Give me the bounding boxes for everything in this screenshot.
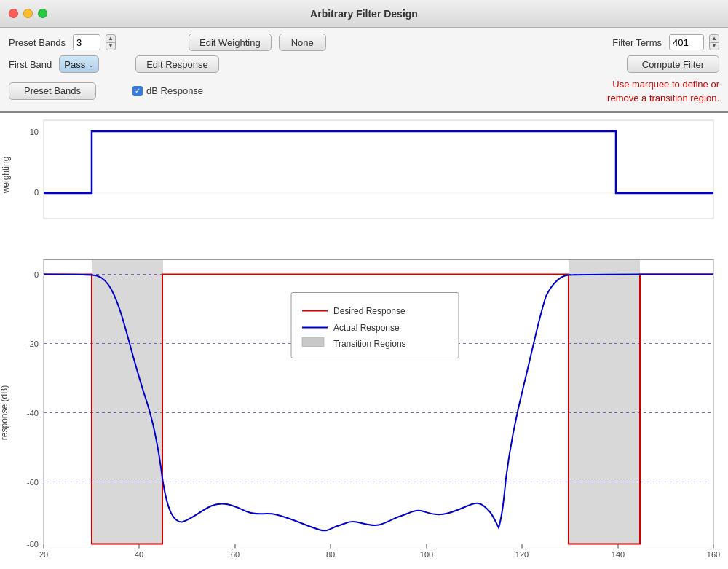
x-120: 120 [515, 549, 529, 558]
first-band-label: First Band [9, 59, 52, 70]
status-text: Use marquee to define orremove a transit… [607, 79, 719, 103]
edit-weighting-button[interactable]: Edit Weighting [189, 34, 272, 51]
maximize-button[interactable] [38, 9, 47, 18]
first-band-select[interactable]: Pass ⌄ [59, 55, 99, 73]
toolbar: Preset Bands ▲ ▼ Edit Weighting None Fil… [0, 28, 728, 111]
close-button[interactable] [9, 9, 18, 18]
filter-terms-spinner-down[interactable]: ▼ [710, 43, 719, 50]
filter-terms-label: Filter Terms [612, 37, 662, 48]
legend-desired-label: Desired Response [333, 305, 405, 315]
w-y-0: 0 [34, 188, 39, 197]
window-title: Arbitrary Filter Design [310, 8, 418, 20]
preset-bands-label: Preset Bands [9, 37, 66, 48]
legend-transition-rect [302, 337, 324, 346]
spinner-down[interactable]: ▼ [106, 43, 115, 50]
minimize-button[interactable] [23, 9, 33, 18]
first-band-value: Pass [64, 59, 85, 70]
x-160: 160 [707, 549, 720, 558]
w-y-10: 10 [30, 127, 39, 136]
compute-filter-button[interactable]: Compute Filter [627, 55, 719, 73]
response-y-label: response (dB) [0, 385, 9, 440]
x-20: 20 [39, 549, 48, 558]
y-60: -60 [27, 477, 39, 486]
legend-transition-label: Transition Regions [333, 338, 406, 348]
db-response-checkbox-wrap: ✓ dB Response [132, 85, 203, 96]
weighting-chart: weighting 0 10 [0, 113, 728, 229]
filter-terms-input[interactable] [669, 34, 704, 50]
legend-actual-label: Actual Response [333, 322, 400, 332]
db-response-checkbox[interactable]: ✓ [132, 86, 143, 96]
edit-response-button[interactable]: Edit Response [135, 55, 219, 73]
x-40: 40 [135, 549, 143, 558]
right-transition-region [569, 259, 640, 544]
traffic-lights [9, 9, 47, 18]
none-button[interactable]: None [279, 34, 326, 51]
x-140: 140 [612, 549, 625, 558]
spinner-up[interactable]: ▲ [106, 35, 115, 43]
y-20: -20 [27, 339, 39, 348]
x-80: 80 [326, 549, 335, 558]
preset-bands-spinner[interactable]: ▲ ▼ [106, 34, 116, 50]
db-response-label: dB Response [146, 85, 203, 96]
filter-terms-spinner-up[interactable]: ▲ [710, 35, 719, 43]
toolbar-row-1: Preset Bands ▲ ▼ Edit Weighting None Fil… [9, 34, 719, 51]
response-chart: response (dB) 0 -20 -40 -60 -80 [0, 229, 728, 569]
svg-rect-0 [44, 120, 713, 219]
y-80: -80 [27, 539, 39, 548]
toolbar-row-2: First Band Pass ⌄ Edit Response Compute … [9, 55, 719, 73]
filter-terms-spinner[interactable]: ▲ ▼ [709, 34, 719, 50]
y-0: 0 [34, 270, 39, 278]
y-40: -40 [27, 408, 39, 417]
main-content: weighting 0 10 response (dB) [0, 113, 728, 569]
left-transition-region [92, 259, 163, 544]
chevron-down-icon: ⌄ [88, 60, 94, 68]
preset-bands-input[interactable] [73, 34, 100, 50]
preset-bands-button[interactable]: Preset Bands [9, 82, 96, 100]
x-60: 60 [231, 549, 240, 558]
toolbar-row-3: Preset Bands ✓ dB Response Use marquee t… [9, 77, 719, 105]
title-bar: Arbitrary Filter Design [0, 0, 728, 28]
weighting-y-label: weighting [1, 156, 11, 194]
x-100: 100 [420, 549, 433, 558]
